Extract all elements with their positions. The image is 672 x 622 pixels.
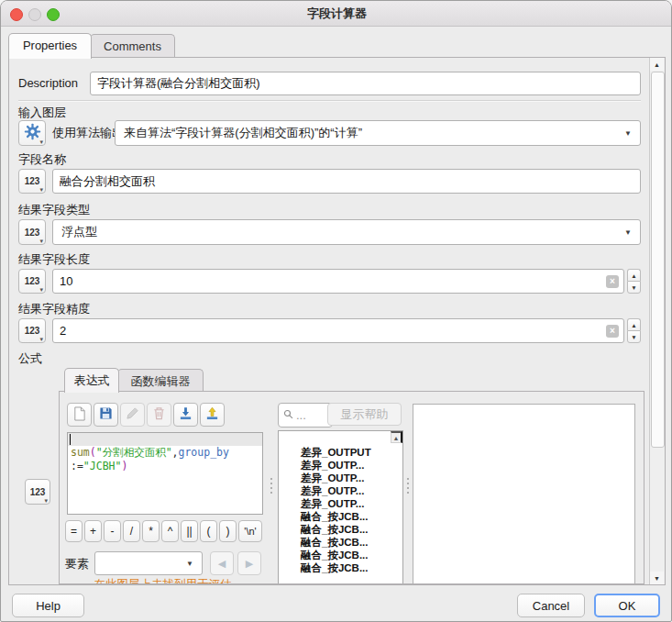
result-field-length-section-label: 结果字段长度 (18, 252, 90, 267)
result-field-length-badge-button[interactable]: 123 ▾ (18, 269, 46, 294)
function-list-items: 差异_OUTPUT差异_OUTP...差异_OUTP...差异_OUTP...差… (279, 431, 402, 574)
separator (18, 100, 641, 102)
dialog-scrollbar[interactable]: ▲ ▼ (649, 58, 665, 584)
function-list-item[interactable]: 差异_OUTPUT (301, 446, 402, 459)
edit-expression-button[interactable] (120, 403, 145, 427)
splitter-handle[interactable] (406, 478, 410, 502)
field-calculator-dialog: 字段计算器 Properties Comments Description 输入… (0, 0, 672, 622)
spin-up-button[interactable]: ▲ (627, 318, 641, 330)
operator-button[interactable]: = (65, 520, 83, 542)
number-type-icon: 123 (30, 487, 46, 497)
operator-button[interactable]: || (181, 520, 198, 542)
field-name-type-button[interactable]: 123 ▾ (18, 169, 46, 194)
dropdown-caret-icon: ▾ (39, 139, 43, 145)
new-file-icon (72, 406, 86, 424)
operator-button[interactable]: * (142, 520, 160, 542)
expression-line: :="JCBH") (68, 460, 262, 473)
next-feature-button[interactable]: ▶ (237, 551, 261, 575)
ok-button[interactable]: OK (594, 594, 660, 617)
tab-function-editor[interactable]: 函数编辑器 (117, 369, 204, 393)
expression-builder-pane: sum("分割相交面积",group_by:="JCBH") =+-/*^||(… (59, 391, 644, 584)
previous-feature-button[interactable]: ◀ (210, 551, 234, 575)
no-features-warning: 在此图层上未找到用于评估 (60, 577, 266, 584)
cancel-button[interactable]: Cancel (517, 594, 585, 617)
spin-down-button[interactable]: ▼ (627, 330, 641, 343)
scroll-up-button[interactable]: ▲ (650, 58, 664, 71)
tab-properties[interactable]: Properties (8, 33, 92, 59)
number-type-icon: 123 (25, 326, 40, 336)
window-title: 字段计算器 (1, 1, 672, 27)
properties-pane: Description 输入图层 (8, 57, 666, 585)
dropdown-caret-icon: ▾ (39, 238, 43, 244)
input-layer-section-label: 输入图层 (18, 106, 66, 120)
delete-expression-button[interactable] (147, 403, 171, 427)
function-list-item[interactable]: 差异_OUTP... (301, 484, 402, 497)
result-field-precision-section-label: 结果字段精度 (18, 302, 90, 317)
new-expression-button[interactable] (67, 403, 92, 427)
current-line-highlight (68, 433, 262, 446)
number-type-icon: 123 (25, 176, 40, 186)
show-help-button[interactable]: 显示帮助 (327, 403, 402, 426)
operator-button[interactable]: '\n' (238, 520, 262, 542)
result-field-precision-badge-button[interactable]: 123 ▾ (18, 318, 46, 343)
dropdown-caret-icon: ▾ (39, 186, 43, 193)
operator-button[interactable]: ^ (161, 520, 179, 542)
input-layer-combo[interactable]: 来自算法“字段计算器(分割相交面积)”的“计算” ▼ (115, 120, 641, 146)
function-list-item[interactable]: 融合_按JCB... (301, 549, 402, 561)
function-list-item[interactable]: 融合_按JCB... (301, 523, 402, 536)
field-name-input[interactable] (52, 169, 641, 194)
result-field-precision-input[interactable] (52, 318, 624, 343)
clear-icon[interactable]: × (606, 325, 619, 338)
feature-label: 要素 (65, 557, 89, 572)
import-expression-button[interactable] (173, 403, 198, 427)
search-icon (283, 408, 293, 422)
function-list-item[interactable]: 差异_OUTP... (301, 497, 402, 510)
function-help-panel (413, 404, 635, 584)
export-icon (205, 406, 219, 423)
function-list-item[interactable]: 融合_按JCB... (301, 561, 402, 574)
tab-comments[interactable]: Comments (90, 34, 175, 59)
scrollbar-thumb[interactable] (651, 72, 665, 448)
function-list-item[interactable]: 差异_OUTP... (301, 459, 402, 472)
splitter-handle[interactable] (270, 478, 273, 502)
formula-type-badge-button[interactable]: 123 ▾ (25, 479, 50, 505)
help-button[interactable]: Help (12, 594, 84, 617)
result-field-type-combo[interactable]: 浮点型 ▼ (52, 219, 641, 245)
function-list-item[interactable]: 融合_按JCB... (301, 510, 402, 523)
save-expression-button[interactable] (94, 403, 118, 427)
expression-editor[interactable]: sum("分割相交面积",group_by:="JCBH") (67, 432, 263, 515)
description-input[interactable] (90, 72, 641, 95)
operator-button[interactable]: - (104, 520, 121, 542)
import-icon (179, 406, 193, 423)
number-type-icon: 123 (25, 276, 40, 286)
text-cursor (70, 434, 71, 445)
function-list-item[interactable]: 融合_按JCB... (301, 536, 402, 549)
search-placeholder: ... (296, 408, 306, 422)
result-field-length-stepper: ▲ ▼ (627, 269, 641, 294)
trash-icon (152, 406, 166, 423)
result-field-length-input[interactable] (52, 269, 624, 294)
tab-expression[interactable]: 表达式 (64, 368, 119, 393)
chevron-down-icon: ▼ (186, 560, 193, 568)
function-list[interactable]: ▲ 差异_OUTPUT差异_OUTP...差异_OUTP...差异_OUTP..… (278, 430, 403, 584)
algorithm-output-button[interactable]: ▾ (18, 120, 46, 146)
spin-up-button[interactable]: ▲ (627, 269, 641, 281)
operator-button[interactable]: ( (200, 520, 217, 542)
expression-line: sum("分割相交面积",group_by (68, 446, 262, 460)
function-search-input[interactable]: ... (278, 403, 333, 428)
feature-combo[interactable]: ▼ (94, 551, 203, 575)
result-field-type-value: 浮点型 (61, 224, 619, 240)
result-field-type-badge-button[interactable]: 123 ▾ (18, 219, 46, 245)
dropdown-caret-icon: ▾ (44, 497, 48, 504)
operator-button[interactable]: ) (219, 520, 237, 542)
clear-icon[interactable]: × (606, 275, 619, 288)
operator-button[interactable]: + (84, 520, 102, 542)
function-list-item[interactable]: 差异_OUTP... (301, 472, 402, 484)
field-name-section-label: 字段名称 (18, 152, 66, 167)
pencil-icon (126, 406, 139, 423)
scroll-down-button[interactable]: ▼ (650, 572, 664, 584)
operator-button[interactable]: / (123, 520, 140, 542)
list-scroll-up-button[interactable]: ▲ (391, 431, 402, 443)
export-expression-button[interactable] (200, 403, 225, 427)
spin-down-button[interactable]: ▼ (627, 281, 641, 294)
